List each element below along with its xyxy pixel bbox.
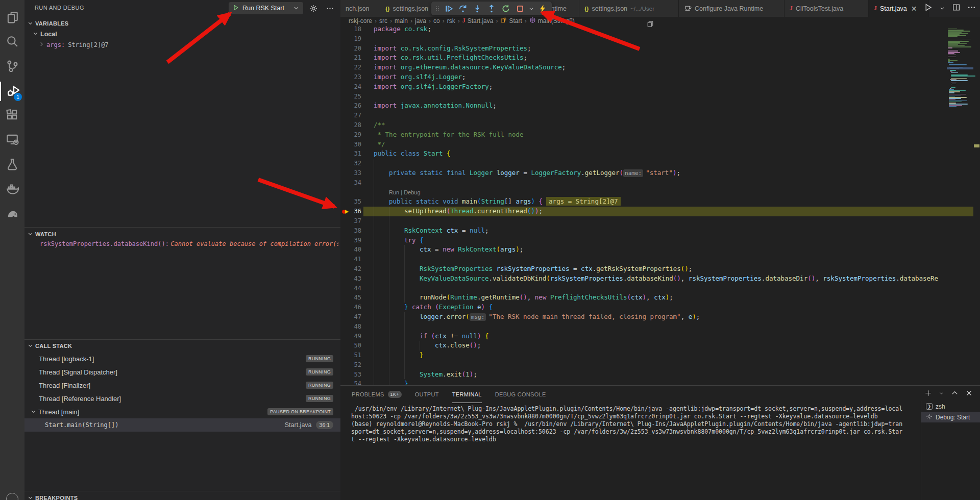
continue-icon[interactable]	[443, 3, 455, 15]
call-stack-thread-row[interactable]: Thread [Reference Handler]RUNNING	[24, 392, 340, 405]
code-editor[interactable]: 18package co.rsk;1920import co.rsk.confi…	[340, 24, 980, 385]
split-editor-icon[interactable]	[952, 3, 961, 14]
terminal-session-zsh[interactable]: ❯zsh	[921, 401, 980, 412]
panel-tab-problems[interactable]: PROBLEMS1K+	[352, 386, 402, 403]
code-text: public class Start {	[340, 149, 973, 159]
minimap-line	[951, 76, 975, 76]
activity-item-run-and-debug[interactable]: 1	[0, 80, 24, 103]
section-variables[interactable]: VARIABLES	[24, 18, 340, 29]
account-icon[interactable]	[6, 493, 18, 500]
section-watch[interactable]: WATCH	[24, 229, 340, 239]
activity-item-source-control[interactable]	[0, 55, 24, 79]
minimap-line	[948, 42, 960, 42]
terminal-line: t --regtest -Xkeyvalue.datasource=leveld…	[351, 436, 902, 443]
terminal-session-debug-start[interactable]: Debug: Start	[921, 412, 980, 422]
gear-icon[interactable]	[308, 3, 318, 13]
indent-guide	[374, 284, 374, 293]
java-icon: J	[462, 17, 465, 24]
minimap[interactable]	[947, 24, 973, 385]
tab-clitoolstest-java[interactable]: JCliToolsTest.java	[785, 0, 869, 17]
restart-icon[interactable]	[500, 3, 512, 15]
code-text: }	[340, 379, 973, 385]
indent-guide	[389, 284, 389, 293]
code-text: /**	[340, 120, 973, 130]
step-out-icon[interactable]	[485, 3, 498, 15]
watch-expression-row[interactable]: rskSystemProperties.databaseKind(): Cann…	[40, 240, 338, 247]
minimap-line	[949, 105, 962, 106]
start-debug-icon[interactable]	[233, 4, 239, 13]
call-stack-thread-row[interactable]: Thread [logback-1]RUNNING	[24, 352, 340, 365]
tab-start-java[interactable]: JStart.java✕	[869, 0, 929, 17]
tab-nch-json[interactable]: nch.json	[340, 0, 380, 17]
maximize-panel-icon[interactable]	[951, 389, 959, 397]
close-panel-icon[interactable]	[965, 389, 973, 397]
call-stack-thread-row[interactable]: Thread [Signal Dispatcher]RUNNING	[24, 365, 340, 379]
breadcrumb-item[interactable]: co	[433, 17, 440, 24]
call-stack-thread-row[interactable]: Thread [Finalizer]RUNNING	[24, 379, 340, 392]
indent-guide	[389, 216, 389, 226]
code-line-35: 35public static void main(String[] args)…	[340, 197, 973, 207]
minimap-line	[948, 47, 952, 48]
minimap-line	[951, 80, 968, 81]
activity-item-docker[interactable]	[0, 178, 24, 201]
more-actions-icon[interactable]	[325, 3, 335, 13]
tab-settings-json[interactable]: {}settings.json~/.../User	[579, 0, 679, 17]
more-actions-icon[interactable]	[967, 3, 976, 14]
breadcrumb-item[interactable]: java	[415, 17, 426, 24]
breadcrumb-separator: ›	[458, 17, 460, 24]
section-breakpoints[interactable]: BREAKPOINTS	[24, 493, 340, 500]
variable-row-args[interactable]: args:String[2]@7	[24, 40, 340, 50]
tab-configure-java-runtime[interactable]: Configure Java Runtime	[679, 0, 785, 17]
hot-code-replace-icon[interactable]	[536, 3, 549, 15]
minimap-line	[948, 53, 954, 54]
new-terminal-icon[interactable]	[924, 389, 932, 397]
activity-item-extensions[interactable]	[0, 104, 24, 128]
stop-chevron-icon[interactable]	[528, 3, 534, 15]
breadcrumb-separator: ›	[375, 17, 377, 24]
code-line-40: 40ctx = new RskContext(args);	[340, 245, 973, 255]
code-line-28: 28/**	[340, 120, 973, 130]
terminal-chevron-icon[interactable]	[939, 390, 944, 396]
code-line-47: 47logger.error(msg:"The RSK node main th…	[340, 312, 973, 322]
panel-tab-terminal[interactable]: TERMINAL	[452, 386, 482, 403]
activity-item-explorer[interactable]	[0, 6, 24, 30]
terminal-session-list: ❯zshDebug: Start	[921, 401, 980, 500]
breadcrumb-separator: ›	[525, 17, 527, 24]
activity-item-remote-explorer[interactable]	[0, 129, 24, 152]
code-lens-run-debug[interactable]: Run | Debug	[340, 188, 973, 197]
launch-config-dropdown[interactable]: Run RSK Start	[229, 2, 303, 14]
breadcrumb-item[interactable]: Start	[500, 17, 522, 25]
java-icon: J	[790, 5, 793, 12]
launch-config-label: Run RSK Start	[242, 5, 290, 12]
run-chevron-icon[interactable]	[939, 4, 945, 13]
step-into-icon[interactable]	[471, 3, 483, 15]
variables-scope-local[interactable]: Local	[24, 29, 340, 39]
section-call-stack[interactable]: CALL STACK	[24, 341, 340, 351]
run-icon[interactable]	[924, 3, 933, 14]
breadcrumb-item[interactable]: rsk	[447, 17, 455, 24]
breadcrumb-item[interactable]: rskj-core	[349, 17, 372, 24]
close-icon[interactable]: ✕	[911, 5, 917, 13]
call-stack-frame-row[interactable]: Start.main(String[])Start.java36:1	[24, 418, 340, 432]
thread-label: Thread [Signal Dispatcher]	[39, 368, 117, 376]
minimap-line	[949, 64, 967, 65]
breadcrumb-item[interactable]: src	[379, 17, 387, 24]
panel-tab-output[interactable]: OUTPUT	[415, 386, 439, 403]
activity-item-search[interactable]	[0, 31, 24, 54]
step-over-icon[interactable]	[457, 3, 469, 15]
tab-label: CliToolsTest.java	[796, 5, 843, 12]
overview-ruler[interactable]	[973, 24, 980, 385]
tab-label: settings.json	[592, 5, 627, 12]
breadcrumb-item[interactable]: JStart.java	[462, 17, 494, 24]
activity-item-testing[interactable]	[0, 153, 24, 177]
panel-tab-debug-console[interactable]: DEBUG CONSOLE	[495, 386, 546, 403]
activity-item-gradle[interactable]	[0, 202, 24, 226]
minimap-line	[948, 40, 962, 40]
breadcrumb-item[interactable]: main(String[])	[529, 17, 575, 25]
breadcrumb-separator: ›	[429, 17, 431, 24]
code-line-46: 46} catch (Exception e) {	[340, 303, 973, 312]
terminal-output[interactable]: /usr/bin/env /Library/Internet\ Plug-Ins…	[351, 405, 902, 443]
breadcrumb-item[interactable]: main	[395, 17, 408, 24]
call-stack-thread-row[interactable]: Thread [main]PAUSED ON BREAKPOINT	[24, 405, 340, 418]
stop-icon[interactable]	[514, 3, 526, 15]
